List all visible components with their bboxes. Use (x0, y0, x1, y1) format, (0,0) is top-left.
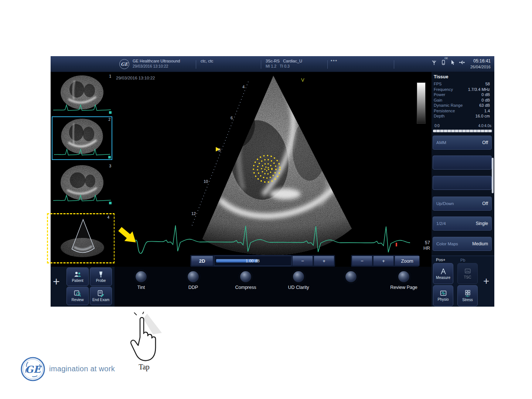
pointer-icon (450, 59, 456, 65)
param-label: Persistence (434, 109, 455, 114)
annotation-marker: *** (331, 59, 338, 64)
gain-value: 1.00 dB (214, 256, 291, 266)
softkey-colormaps[interactable]: Color MapsMedium (433, 237, 492, 251)
panel-scrollbar[interactable] (492, 158, 494, 193)
param-value: 1.7/3.4 MHz (468, 87, 490, 93)
knob-tint: Tint (119, 270, 163, 290)
zoom-plus-button[interactable]: + (373, 256, 394, 266)
clock-block: 05:16:41 26/04/2016 (470, 58, 491, 70)
ge-logo-icon: GE (119, 59, 129, 69)
tint-knob[interactable] (136, 271, 147, 282)
divider (196, 60, 196, 69)
image-timestamp: 29/03/2016 13:10:22 (116, 76, 155, 80)
clip-thumbnail-1[interactable]: 1 (52, 74, 112, 115)
highlight-dashed-box (47, 213, 115, 263)
bottom-control-strip: + Patient Probe Review End Exam Tint DDP… (51, 267, 432, 307)
measure-button[interactable]: Measure (433, 263, 453, 284)
mi-value: MI 1.2 (266, 64, 276, 68)
tap-gesture-icon (126, 311, 163, 365)
softkey-layout[interactable]: 1/2/4Single (433, 216, 492, 231)
ud-clarity-knob[interactable] (293, 271, 304, 282)
ti-value: TI 0.3 (280, 64, 290, 68)
review-magnifier-icon (74, 290, 81, 297)
add-page-left-button[interactable]: + (53, 275, 60, 289)
depth-mark: 8 (218, 148, 221, 152)
heart-rate: 57 HR (417, 240, 430, 251)
gain-slider[interactable]: 1.00 dB (214, 256, 291, 266)
callout-arrow (117, 226, 143, 252)
knob-ud-clarity: UD Clarity (276, 270, 321, 290)
compress-knob[interactable] (240, 271, 251, 282)
softkey-blank-2[interactable] (433, 176, 492, 190)
clip-thumbnail-2-selected[interactable]: 2 (52, 116, 112, 160)
stress-grid-icon (464, 290, 471, 297)
depth-mark: 6 (231, 116, 233, 120)
knob-unassigned (329, 270, 373, 285)
hr-value: 57 (417, 240, 430, 246)
gain-control-group: 2D 1.00 dB − + (190, 255, 335, 267)
page-background: GE GE Healthcare Ultrasound 29/03/2016 1… (0, 0, 532, 399)
softkey-amm[interactable]: AMMOff (433, 136, 492, 150)
physio-button[interactable]: Physio (433, 285, 453, 306)
usb-icon (459, 59, 466, 65)
tap-motion-lines (134, 312, 144, 315)
ge-monogram: GE (121, 62, 128, 67)
tap-target-marker (250, 153, 283, 185)
end-exam-icon (97, 290, 105, 297)
clip-number: 1 (109, 74, 111, 78)
physio-ecg-icon (440, 290, 447, 297)
thumbnail-image (52, 117, 112, 159)
brand-text: GE Healthcare Ultrasound (133, 58, 180, 64)
cine-position-marker (396, 243, 397, 246)
tsc-image-icon (464, 268, 471, 274)
review-button[interactable]: Review (66, 287, 89, 305)
caliper-icon (440, 268, 447, 275)
param-row: Frequency1.7/3.4 MHz (432, 87, 494, 93)
ddp-knob[interactable] (188, 271, 199, 282)
stress-button[interactable]: Stress (457, 285, 478, 306)
param-row: Dynamic Range63 dB (432, 103, 494, 109)
probe-button[interactable]: Probe (90, 267, 112, 286)
softkey-updown[interactable]: Up/DownOff (433, 197, 492, 211)
ge-net-badge: GE (444, 57, 448, 59)
clip-thumbnail-3[interactable]: 3 (52, 164, 112, 205)
exam-datetime: 29/03/2016 13:10:22 (133, 64, 180, 69)
zoom-minus-button[interactable]: − (352, 256, 372, 266)
divider (327, 60, 328, 69)
review-page-knob[interactable] (398, 271, 409, 282)
pos-label: Pos+ (436, 258, 445, 262)
mode-2d-button[interactable]: 2D (191, 256, 213, 266)
ultrasound-console: GE GE Healthcare Ultrasound 29/03/2016 1… (51, 56, 494, 307)
cine-scrubber[interactable] (433, 130, 492, 132)
ecg-trace (129, 222, 425, 259)
param-row: Persistence1.4 (432, 109, 494, 114)
depth-mark: 10 (204, 179, 208, 184)
divider (261, 60, 261, 69)
patients-icon (74, 271, 81, 278)
param-value: 58 (485, 82, 490, 87)
zoom-control-group: − + Zoom (351, 255, 419, 267)
zoom-button[interactable]: Zoom (395, 256, 420, 266)
grayscale-bar (417, 82, 426, 124)
patient-button[interactable]: Patient (66, 267, 89, 286)
ultrasound-image-area[interactable]: 29/03/2016 13:10:22 V 4 6 8 10 12 (115, 72, 432, 267)
orientation-marker: V (301, 77, 304, 83)
ge-monogram-text: GE (25, 364, 42, 375)
add-page-right-button[interactable]: + (483, 275, 489, 287)
divider (394, 60, 394, 69)
measure-touchpad: Pos+ Pb Measure TSC Physio Stress + (432, 256, 494, 307)
gain-plus-button[interactable]: + (314, 256, 334, 266)
clip-handle (109, 111, 112, 114)
tsc-button[interactable]: TSC (457, 263, 478, 284)
probe-name: 3Sc-RS (266, 59, 280, 63)
clip-handle (108, 156, 111, 158)
gain-minus-button[interactable]: − (292, 256, 313, 266)
unassigned-knob[interactable] (345, 271, 357, 282)
clip-handle (109, 202, 112, 204)
brush-icon (431, 59, 437, 65)
clip-number: 2 (108, 117, 110, 122)
tap-label: Tap (126, 363, 163, 371)
ge-tagline: imagination at work (49, 365, 115, 373)
softkey-blank-1[interactable] (433, 156, 492, 170)
end-exam-button[interactable]: End Exam (90, 287, 112, 305)
